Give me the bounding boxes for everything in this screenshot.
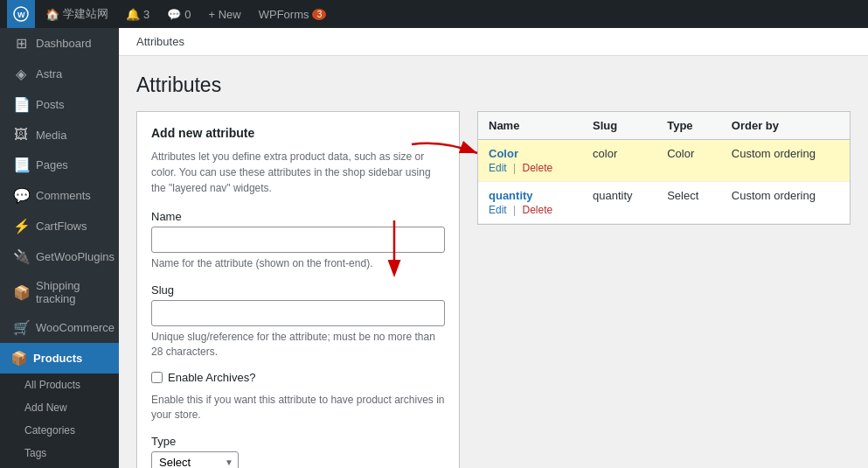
slug-input[interactable] <box>151 300 445 326</box>
edit-quantity-link[interactable]: Edit <box>489 204 507 216</box>
new-button[interactable]: + New <box>201 0 247 28</box>
main-content: Attributes Attributes Add new attribute … <box>119 28 868 468</box>
sidebar-item-cartflows[interactable]: ⚡ CartFlows <box>0 211 119 241</box>
table-row: quantity Edit | Delete quantity Selec <box>478 182 850 224</box>
sidebar-label-woocommerce: WooCommerce <box>36 321 115 334</box>
table-row: Color Edit | Delete color Color <box>478 140 850 182</box>
cell-slug-quantity: quantity <box>582 182 656 224</box>
products-icon: 📦 <box>10 350 26 367</box>
site-name[interactable]: 🏠 学建站网 <box>38 0 115 28</box>
cell-slug-color: color <box>582 140 656 182</box>
sidebar-item-pages[interactable]: 📃 Pages <box>0 150 119 180</box>
sidebar-item-comments[interactable]: 💬 Comments <box>0 180 119 211</box>
type-select[interactable]: Select Color Image Text <box>151 451 239 468</box>
delete-color-link[interactable]: Delete <box>523 162 553 174</box>
table-section: Name Slug Type Order by Color <box>477 111 851 225</box>
products-submenu: All Products Add New Categories Tags Att… <box>0 374 119 468</box>
sidebar-item-woocommerce[interactable]: 🛒 WooCommerce <box>0 312 119 343</box>
site-icon: 🏠 <box>45 8 59 21</box>
col-type: Type <box>656 112 721 140</box>
sidebar-label-products: Products <box>33 352 82 365</box>
submenu-categories[interactable]: Categories <box>0 419 119 442</box>
col-name: Name <box>478 112 582 140</box>
col-slug: Slug <box>582 112 656 140</box>
pages-icon: 📃 <box>13 157 29 173</box>
page-content: Attributes Add new attribute Attributes … <box>119 56 868 468</box>
attr-name-quantity[interactable]: quantity <box>489 189 572 202</box>
edit-color-link[interactable]: Edit <box>489 162 507 174</box>
admin-menu: ⊞ Dashboard ◈ Astra 📄 Posts 🖼 Media 📃 Pa… <box>0 28 119 468</box>
getwoo-icon: 🔌 <box>13 248 29 265</box>
comments-adminbar[interactable]: 💬 0 <box>160 0 198 28</box>
enable-archives-hint: Enable this if you want this attribute t… <box>151 393 445 423</box>
cell-orderby-quantity: Custom ordering <box>721 182 850 224</box>
submenu-tags[interactable]: Tags <box>0 442 119 465</box>
posts-icon: 📄 <box>13 96 29 113</box>
enable-archives-label: Enable Archives? <box>168 371 255 384</box>
table-header: Name Slug Type Order by <box>478 112 850 140</box>
sidebar-item-astra[interactable]: ◈ Astra <box>0 59 119 89</box>
attr-name-color[interactable]: Color <box>489 147 572 160</box>
astra-icon: ◈ <box>13 66 29 82</box>
notifications-icon: 🔔 <box>126 8 140 21</box>
row-actions-color: Edit | Delete <box>489 162 572 174</box>
type-field-group: Type Select Color Image Text ▼ Determine… <box>151 435 445 468</box>
attributes-table-panel: Name Slug Type Order by Color <box>477 111 851 225</box>
sidebar-label-getwoo: GetWooPlugins <box>36 250 115 263</box>
wpforms-adminbar[interactable]: WPForms 3 <box>252 0 334 28</box>
name-hint: Name for the attribute (shown on the fro… <box>151 256 445 271</box>
slug-label: Slug <box>151 283 445 297</box>
sidebar-item-products[interactable]: 📦 Products <box>0 343 119 374</box>
enable-archives-row: Enable Archives? <box>151 371 445 388</box>
wp-content: ⊞ Dashboard ◈ Astra 📄 Posts 🖼 Media 📃 Pa… <box>0 28 868 468</box>
add-attribute-title: Add new attribute <box>151 126 445 140</box>
table-body: Color Edit | Delete color Color <box>478 140 850 224</box>
sidebar-item-getwoo[interactable]: 🔌 GetWooPlugins <box>0 241 119 272</box>
attributes-table: Name Slug Type Order by Color <box>478 112 850 224</box>
sidebar-label-cartflows: CartFlows <box>36 220 87 233</box>
dashboard-icon: ⊞ <box>13 35 29 52</box>
sidebar-item-posts[interactable]: 📄 Posts <box>0 89 119 120</box>
enable-archives-field: Enable Archives? Enable this if you want… <box>151 371 445 423</box>
sidebar-item-shipping[interactable]: 📦 Shipping tracking <box>0 272 119 312</box>
sidebar-label-posts: Posts <box>36 98 65 111</box>
sidebar-label-media: Media <box>36 129 66 142</box>
sidebar-label-astra: Astra <box>36 67 62 80</box>
enable-archives-checkbox[interactable] <box>151 372 163 383</box>
delete-quantity-link[interactable]: Delete <box>523 204 553 216</box>
add-attribute-panel: Add new attribute Attributes let you def… <box>136 111 460 468</box>
submenu-add-new[interactable]: Add New <box>0 396 119 419</box>
sidebar-item-media[interactable]: 🖼 Media <box>0 120 119 150</box>
submenu-all-products[interactable]: All Products <box>0 374 119 396</box>
sidebar-label-pages: Pages <box>36 158 68 171</box>
breadcrumb: Attributes <box>119 28 868 56</box>
sidebar-item-dashboard[interactable]: ⊞ Dashboard <box>0 28 119 59</box>
action-sep2: | <box>513 204 516 216</box>
woocommerce-icon: 🛒 <box>13 319 29 336</box>
cell-orderby-color: Custom ordering <box>721 140 850 182</box>
type-label: Type <box>151 435 445 448</box>
attributes-layout: Add new attribute Attributes let you def… <box>136 111 851 468</box>
cell-type-quantity: Select <box>656 182 721 224</box>
notifications[interactable]: 🔔 3 <box>119 0 156 28</box>
page-title: Attributes <box>136 73 851 97</box>
row-actions-quantity: Edit | Delete <box>489 204 572 216</box>
admin-bar: W 🏠 学建站网 🔔 3 💬 0 + New WPForms 3 <box>0 0 868 28</box>
comments-sidebar-icon: 💬 <box>13 187 29 204</box>
type-select-wrapper: Select Color Image Text ▼ <box>151 451 239 468</box>
name-input[interactable] <box>151 227 445 253</box>
slug-hint: Unique slug/reference for the attribute;… <box>151 330 445 360</box>
comments-icon: 💬 <box>167 8 181 21</box>
svg-text:W: W <box>17 10 25 19</box>
shipping-icon: 📦 <box>13 284 29 301</box>
col-orderby: Order by <box>721 112 850 140</box>
cartflows-icon: ⚡ <box>13 218 29 234</box>
slug-field-group: Slug Unique slug/reference for the attri… <box>151 283 445 360</box>
cell-name-color: Color Edit | Delete <box>478 140 582 182</box>
sidebar-label-dashboard: Dashboard <box>36 37 92 50</box>
wp-logo[interactable]: W <box>7 0 35 28</box>
add-attribute-description: Attributes let you define extra product … <box>151 149 445 196</box>
submenu-attributes[interactable]: Attributes <box>0 465 119 468</box>
table-header-row: Name Slug Type Order by <box>478 112 850 140</box>
media-icon: 🖼 <box>13 127 29 143</box>
